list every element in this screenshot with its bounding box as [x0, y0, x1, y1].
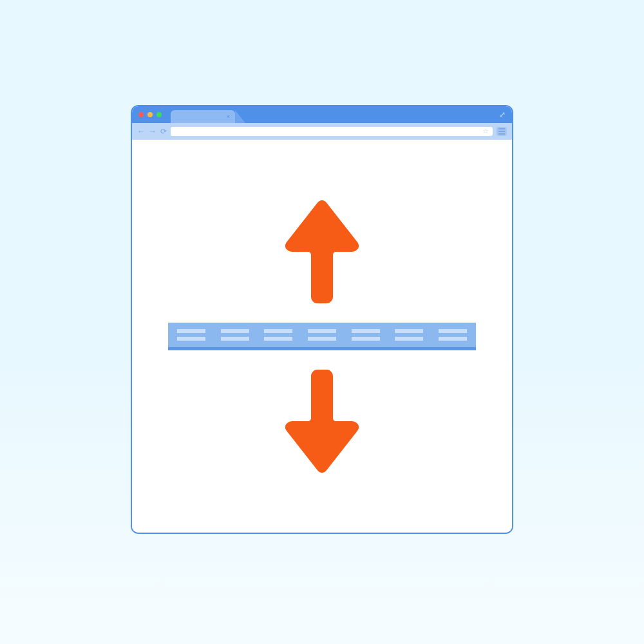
window-controls — [138, 112, 162, 117]
browser-window: × ⤢ ← → ⟳ ☆ — [131, 105, 513, 534]
forward-button[interactable]: → — [149, 128, 156, 135]
placeholder-line — [177, 329, 205, 333]
page-content — [132, 140, 512, 533]
back-button[interactable]: ← — [137, 128, 145, 135]
placeholder-line — [439, 337, 467, 341]
placeholder-line — [221, 337, 249, 341]
arrow-down-icon — [283, 370, 361, 473]
address-bar[interactable]: ☆ — [171, 127, 493, 136]
menu-band-item[interactable] — [439, 329, 467, 341]
placeholder-line — [352, 337, 380, 341]
menu-band-item[interactable] — [221, 329, 249, 341]
placeholder-line — [439, 329, 467, 333]
menu-band-item[interactable] — [395, 329, 423, 341]
new-tab-button[interactable] — [235, 110, 245, 123]
menu-band-item[interactable] — [352, 329, 380, 341]
hamburger-menu-icon[interactable] — [497, 127, 507, 136]
menu-band-item[interactable] — [177, 329, 205, 341]
reload-button[interactable]: ⟳ — [160, 128, 167, 135]
placeholder-line — [177, 337, 205, 341]
placeholder-line — [308, 337, 336, 341]
placeholder-line — [264, 337, 292, 341]
placeholder-line — [352, 329, 380, 333]
menu-band — [168, 323, 476, 350]
browser-toolbar: ← → ⟳ ☆ — [132, 123, 512, 140]
maximize-window-button[interactable] — [156, 112, 162, 117]
placeholder-line — [221, 329, 249, 333]
menu-band-item[interactable] — [264, 329, 292, 341]
placeholder-line — [264, 329, 292, 333]
placeholder-line — [395, 329, 423, 333]
close-tab-icon[interactable]: × — [227, 113, 230, 120]
browser-tab[interactable]: × — [171, 110, 235, 123]
arrow-up-icon — [283, 200, 361, 303]
bookmark-star-icon[interactable]: ☆ — [482, 127, 489, 135]
menu-band-item[interactable] — [308, 329, 336, 341]
title-bar: × ⤢ — [132, 106, 512, 123]
fullscreen-icon[interactable]: ⤢ — [499, 110, 506, 119]
placeholder-line — [395, 337, 423, 341]
placeholder-line — [308, 329, 336, 333]
close-window-button[interactable] — [138, 112, 144, 117]
minimize-window-button[interactable] — [147, 112, 153, 117]
